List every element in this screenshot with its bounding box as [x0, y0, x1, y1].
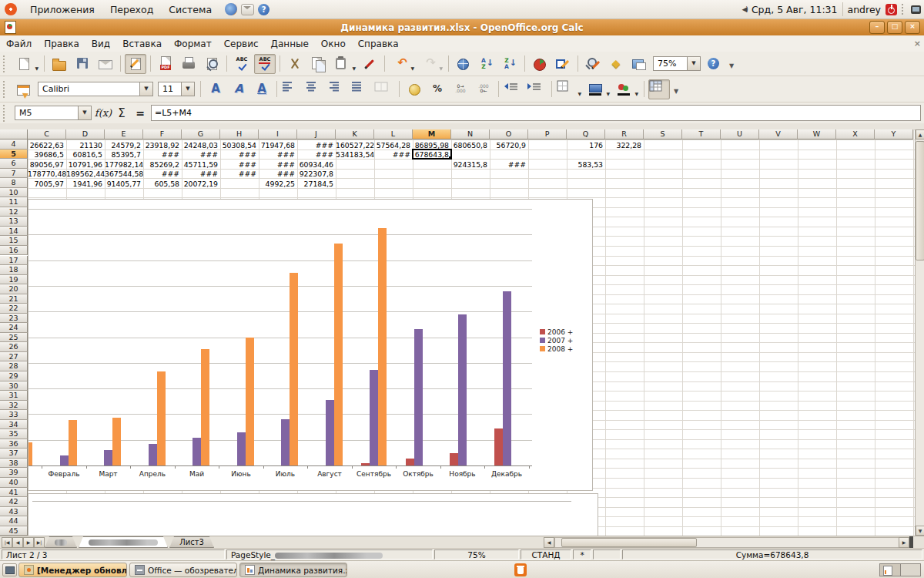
new-document-button[interactable]: ▼ [13, 54, 40, 74]
menu-item-3[interactable]: Вставка [116, 36, 168, 52]
prev-sheet-icon[interactable]: ◀ [12, 537, 23, 548]
status-zoom[interactable]: 75% [434, 549, 519, 560]
cell-J6[interactable]: 60934,46 [297, 160, 333, 169]
cell-H6[interactable]: ### [220, 160, 256, 169]
cell-I5[interactable]: ### [259, 150, 295, 159]
name-box-dropdown-icon[interactable]: ▼ [78, 106, 91, 119]
row-header-40[interactable]: 40 [0, 478, 28, 488]
export-pdf-button[interactable]: PDF [155, 54, 176, 74]
row-header-45[interactable]: 45 [0, 526, 28, 536]
sort-ascending-button[interactable]: AZ↓ [476, 54, 497, 74]
font-color-button[interactable]: ▼ [613, 79, 640, 99]
row-header-31[interactable]: 31 [0, 391, 28, 401]
status-insert-mode[interactable]: СТАНД [521, 549, 571, 560]
row-header-37[interactable]: 37 [0, 449, 28, 459]
cell-C8[interactable]: 7005,97 [28, 180, 64, 188]
column-header-N[interactable]: N [451, 129, 490, 139]
column-header-F[interactable]: F [143, 129, 182, 139]
menu-item-1[interactable]: Правка [38, 36, 85, 52]
close-button[interactable]: × [905, 21, 920, 34]
cell-F5[interactable]: ### [143, 150, 179, 159]
cell-D5[interactable]: 60816,5 [66, 150, 102, 159]
sheet-tab-2[interactable] [79, 536, 168, 548]
sheet-tab-3[interactable]: Лист3 [169, 536, 214, 548]
row-header-35[interactable]: 35 [0, 429, 28, 439]
panel-clock[interactable]: Срд, 5 Авг, 11:31 [752, 4, 838, 15]
underline-button[interactable]: A [251, 79, 273, 99]
column-header-M[interactable]: M [413, 129, 451, 139]
column-header-W[interactable]: W [798, 129, 836, 139]
row-header-22[interactable]: 22 [0, 304, 28, 314]
panel-user[interactable]: andrey [848, 4, 881, 15]
grid-button[interactable] [648, 79, 670, 99]
percent-button[interactable]: % [427, 79, 448, 99]
row-header-13[interactable]: 13 [0, 217, 28, 227]
spreadsheet-area[interactable]: CDEFGHIJKLMNOPQRSTUVWXY45678101112131415… [0, 129, 924, 536]
speaker-icon[interactable]: ◀) [742, 5, 746, 13]
italic-button[interactable]: A [228, 79, 249, 99]
cell-E6[interactable]: 177982,14 [105, 160, 141, 169]
draw-functions-button[interactable] [552, 54, 574, 74]
row-header-41[interactable]: 41 [0, 488, 28, 498]
mail-notification-icon[interactable] [241, 4, 254, 15]
merge-cells-button[interactable] [373, 79, 395, 99]
taskbar-window-3[interactable]: Динамика развития.xlsx ... [239, 563, 347, 577]
column-header-T[interactable]: T [682, 129, 721, 139]
workspace-2[interactable] [901, 564, 921, 576]
auto-spellcheck-button[interactable]: ABC [254, 54, 276, 74]
formula-input[interactable]: =L5+M4 [151, 105, 921, 121]
row-header-15[interactable]: 15 [0, 236, 28, 246]
cell-D6[interactable]: 10791,96 [66, 160, 102, 169]
cut-button[interactable] [284, 54, 306, 74]
cell-F4[interactable]: 23918,92 [143, 141, 179, 150]
vertical-scrollbar[interactable]: ▲ ▼ [915, 129, 924, 536]
cell-R4[interactable]: 322,28 [605, 141, 641, 150]
active-cell-border[interactable] [412, 149, 452, 160]
column-header-O[interactable]: O [490, 129, 528, 139]
cell-C7[interactable]: 178770,48 [28, 170, 64, 178]
menu-item-7[interactable]: Окно [315, 36, 352, 52]
cell-G4[interactable]: 24248,03 [182, 141, 218, 150]
row-header-7[interactable]: 7 [0, 169, 28, 179]
cell-Q4[interactable]: 176 [567, 141, 603, 150]
align-justify-button[interactable] [350, 79, 372, 99]
redo-button[interactable]: ↷▼ [417, 54, 444, 74]
zoom-dropdown-icon[interactable]: ▼ [687, 57, 700, 70]
cell-F7[interactable]: ### [143, 170, 179, 178]
select-all-corner[interactable] [0, 129, 28, 139]
cell-H4[interactable]: 50308,54 [220, 141, 256, 150]
trash-icon[interactable] [514, 563, 527, 576]
taskbar-window-2[interactable]: Office — обозреватель ф... [129, 563, 237, 577]
toolbar-grip[interactable] [3, 81, 9, 98]
align-left-button[interactable] [281, 79, 303, 99]
toolbar-overflow-icon[interactable]: ▼ [729, 62, 734, 69]
cell-L5[interactable]: ### [374, 150, 410, 159]
row-header-42[interactable]: 42 [0, 497, 28, 507]
styles-button[interactable] [13, 79, 35, 99]
dropdown-caret-icon[interactable]: ▼ [439, 66, 443, 71]
show-desktop-button[interactable] [2, 563, 17, 576]
font-size-combobox[interactable]: 11▼ [158, 82, 195, 96]
cell-H5[interactable]: ### [220, 150, 256, 159]
cell-Q6[interactable]: 583,53 [567, 160, 603, 169]
row-header-24[interactable]: 24 [0, 323, 28, 333]
dropdown-caret-icon[interactable]: ▼ [606, 91, 610, 96]
sort-descending-button[interactable]: ZA↓ [499, 54, 521, 74]
menu-item-6[interactable]: Данные [265, 36, 315, 52]
row-header-23[interactable]: 23 [0, 314, 28, 324]
workspace-1[interactable] [880, 564, 901, 576]
column-header-C[interactable]: C [28, 129, 66, 139]
row-header-27[interactable]: 27 [0, 352, 28, 362]
taskbar-window-1[interactable]: [Менеджер обновлени... [18, 563, 127, 577]
cell-J8[interactable]: 27184,5 [297, 180, 333, 188]
copy-button[interactable] [307, 54, 329, 74]
cell-D4[interactable]: 21130 [66, 141, 102, 150]
dropdown-caret-icon[interactable]: ▼ [352, 66, 356, 71]
cell-D8[interactable]: 1941,96 [66, 180, 102, 188]
column-header-Y[interactable]: Y [875, 129, 913, 139]
row-header-26[interactable]: 26 [0, 342, 28, 352]
toolbar-grip[interactable] [3, 55, 9, 72]
column-header-G[interactable]: G [182, 129, 220, 139]
cell-C5[interactable]: 39686,5 [28, 150, 64, 159]
column-header-P[interactable]: P [528, 129, 567, 139]
